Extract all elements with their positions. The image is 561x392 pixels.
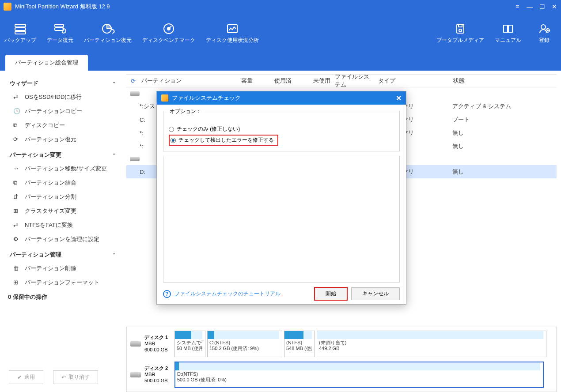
partition-size: 50 MB (使用 — [175, 346, 202, 351]
sidebar-item-icon: ⧉ — [13, 179, 20, 186]
col-state[interactable]: 状態 — [449, 77, 557, 85]
sidebar-header-wizard[interactable]: ウィザード ⌃ — [0, 75, 124, 90]
disk-benchmark-icon — [162, 23, 176, 35]
backup-button[interactable]: バックアップ — [4, 23, 36, 44]
disk-benchmark-button[interactable]: ディスクベンチマーク — [142, 23, 195, 44]
col-partition[interactable]: パーティション — [140, 77, 214, 85]
sidebar-item-label: パーティション結合 — [25, 179, 76, 187]
close-button[interactable]: ✕ — [551, 4, 557, 10]
footer-actions: ✔適用 ↶取り消す — [9, 370, 98, 384]
sidebar-item[interactable]: ⟳パーティション復元 — [0, 132, 124, 147]
partition-label: C:(NTFS) — [208, 340, 279, 346]
sidebar-item-icon: ⇵ — [13, 193, 20, 200]
disk-bar-row: ディスク 2MBR500.00 GBD:(NTFS)500.0 GB (使用済:… — [130, 362, 553, 388]
sidebar-item[interactable]: ⚙パーティションを論理に設定 — [0, 232, 124, 246]
svg-rect-11 — [459, 24, 462, 27]
disk-bar-partition[interactable]: システムで予50 MB (使用 — [174, 331, 205, 357]
register-button[interactable]: 登録 — [532, 23, 557, 44]
svg-point-14 — [541, 25, 546, 29]
start-button[interactable]: 開始 — [314, 287, 348, 301]
sidebar-header-change[interactable]: パーティション変更 ⌃ — [0, 147, 124, 162]
cancel-button[interactable]: キャンセル — [351, 287, 400, 300]
col-capacity[interactable]: 容量 — [214, 77, 253, 85]
sidebar-item[interactable]: ⧉ディスクコピー — [0, 118, 124, 132]
sidebar-item[interactable]: ↔パーティション移動/サイズ変更 — [0, 162, 124, 176]
sidebar-header-manage-label: パーティション管理 — [10, 251, 61, 259]
pending-operations: 0 保留中の操作 — [0, 290, 124, 305]
manual-label: マニュアル — [495, 37, 521, 44]
sidebar-item-label: パーティションコピー — [25, 107, 82, 115]
sidebar-item[interactable]: ⇄OSをSSD/HDDに移行 — [0, 90, 124, 104]
sidebar-item[interactable]: ⇵パーティション分割 — [0, 190, 124, 204]
disk-usage-icon — [225, 23, 239, 35]
dialog-close-button[interactable]: ✕ — [396, 94, 402, 102]
partition-grid-header: ⟳ パーティション 容量 使用済 未使用 ファイルシステム タイプ 状態 — [126, 74, 557, 87]
col-type[interactable]: タイプ — [374, 77, 449, 85]
partition-recovery-button[interactable]: パーティション復元 — [84, 23, 132, 44]
sidebar-item[interactable]: ⧉パーティション結合 — [0, 176, 124, 190]
sidebar: ウィザード ⌃ ⇄OSをSSD/HDDに移行🕒パーティションコピー⧉ディスクコピ… — [0, 71, 124, 392]
refresh-button[interactable]: ⟳ — [126, 78, 140, 84]
minimize-button[interactable]: — — [527, 4, 533, 10]
partition-recovery-icon — [101, 23, 115, 35]
col-used[interactable]: 使用済 — [253, 77, 292, 85]
maximize-button[interactable]: ☐ — [539, 4, 545, 10]
partition-state: ブート — [448, 116, 557, 124]
disk-bar-partition[interactable]: D:(NTFS)500.0 GB (使用済: 0%) — [174, 362, 544, 388]
sidebar-item-icon: 🕒 — [13, 108, 20, 115]
tutorial-link[interactable]: ファイルシステムチェックのチュートリアル — [174, 290, 280, 298]
sidebar-item-icon: ⊞ — [13, 279, 20, 286]
sidebar-item[interactable]: ⊞クラスタサイズ変更 — [0, 204, 124, 218]
sidebar-item-icon: ⟳ — [13, 136, 20, 143]
disk-bar-partition[interactable]: (NTFS)548 MB (使用 — [284, 331, 315, 357]
sidebar-header-manage[interactable]: パーティション管理 ⌃ — [0, 246, 124, 261]
sidebar-item-icon: ⇄ — [13, 94, 20, 101]
partition-size: 449.2 GB — [317, 346, 543, 351]
menu-icon[interactable]: ≡ — [514, 4, 520, 10]
sidebar-item-icon: 🗑 — [13, 265, 20, 272]
disk-usage-button[interactable]: ディスク使用状況分析 — [206, 23, 259, 44]
sidebar-item[interactable]: ⊞パーティションフォーマット — [0, 275, 124, 290]
manual-button[interactable]: マニュアル — [495, 23, 521, 44]
undo-button[interactable]: ↶取り消す — [53, 370, 98, 384]
sidebar-item-icon: ↔ — [13, 165, 20, 172]
radio-check-and-fix[interactable]: チェックして検出したエラーを修正する — [169, 135, 278, 146]
sidebar-item-label: パーティション分割 — [25, 193, 76, 201]
radio-icon — [171, 138, 176, 143]
bootable-media-icon — [453, 23, 467, 35]
main-toolbar: バックアップ データ復元 パーティション復元 ディスクベンチマーク ディスク使用… — [0, 13, 561, 53]
partition-state: 無し — [448, 142, 557, 150]
dialog-titlebar[interactable]: ファイルシステムチェック ✕ — [157, 91, 406, 105]
sidebar-item-label: OSをSSD/HDDに移行 — [25, 93, 82, 101]
apply-button[interactable]: ✔適用 — [9, 370, 43, 384]
sidebar-item-icon: ⊞ — [13, 207, 20, 215]
sidebar-item[interactable]: ⇄NTFSをFATに変換 — [0, 218, 124, 232]
svg-rect-1 — [15, 28, 26, 30]
disk-icon — [130, 157, 140, 161]
help-icon[interactable]: ? — [163, 290, 171, 298]
sidebar-item-icon: ⚙ — [13, 236, 20, 243]
radio-check-only[interactable]: チェックのみ (修正しない) — [169, 125, 394, 133]
partition-state: 無し — [448, 129, 557, 137]
svg-rect-2 — [15, 31, 26, 34]
sidebar-item[interactable]: 🗑パーティション削除 — [0, 261, 124, 275]
tab-partition-management[interactable]: パーティション総合管理 — [5, 55, 88, 71]
col-filesystem[interactable]: ファイルシステム — [330, 73, 374, 89]
disk-bar-partition[interactable]: (未割り当て)449.2 GB — [317, 331, 546, 357]
usage-bar — [208, 331, 279, 339]
options-group: オプション： チェックのみ (修正しない) チェックして検出したエラーを修正する — [163, 111, 400, 151]
app-title: MiniTool Partition Wizard 無料版 12.9 — [15, 3, 514, 11]
chevron-up-icon: ⌃ — [112, 153, 116, 158]
bootable-media-button[interactable]: ブータブルメディア — [436, 23, 484, 44]
partition-recovery-label: パーティション復元 — [84, 37, 132, 44]
sidebar-item-label: パーティション移動/サイズ変更 — [25, 165, 107, 173]
disk-bar-partition[interactable]: C:(NTFS)150.2 GB (使用済: 9%) — [207, 331, 282, 357]
data-recovery-button[interactable]: データ復元 — [47, 23, 73, 44]
sidebar-item[interactable]: 🕒パーティションコピー — [0, 104, 124, 118]
partition-label: (NTFS) — [284, 340, 312, 346]
partition-size: 500.0 GB (使用済: 0%) — [175, 377, 540, 383]
partition-label: D:(NTFS) — [175, 371, 540, 377]
col-free[interactable]: 未使用 — [292, 77, 330, 85]
disk-benchmark-label: ディスクベンチマーク — [142, 37, 195, 44]
register-icon — [537, 23, 551, 35]
